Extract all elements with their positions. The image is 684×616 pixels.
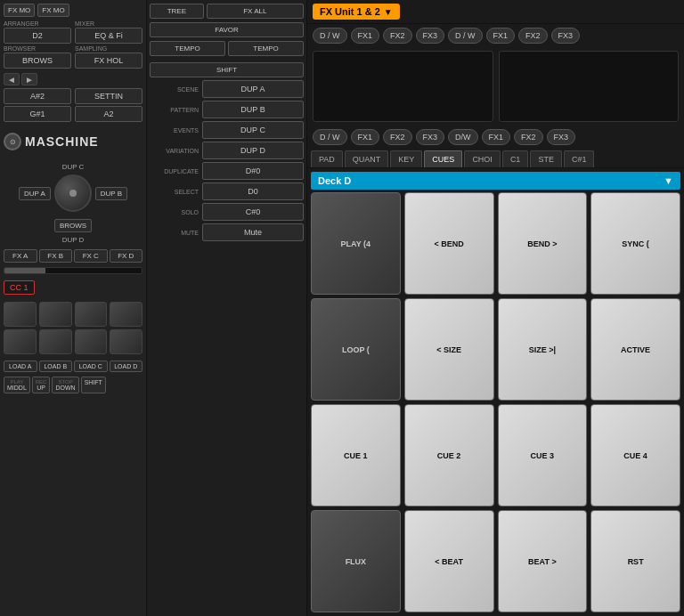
pattern-btn[interactable]: DUP B [202, 101, 304, 118]
fx-all-button[interactable]: FX ALL [207, 4, 304, 19]
deck-pad-9[interactable]: CUE 2 [404, 404, 494, 507]
tab-choi[interactable]: CHOI [464, 150, 501, 167]
duplicate-btn[interactable]: D#0 [202, 162, 304, 180]
favor-button[interactable]: FAVOR [150, 22, 304, 37]
fx-d-button[interactable]: FX D [110, 249, 143, 263]
s-settin-button[interactable]: SETTIN [75, 88, 142, 104]
deck-pad-11[interactable]: CUE 4 [590, 404, 680, 507]
tempo-button-1[interactable]: TEMPO [150, 41, 225, 56]
load-c-button[interactable]: LOAD C [74, 361, 108, 372]
fx3-btn-2[interactable]: FX3 [551, 28, 581, 44]
tab-csharp1[interactable]: C#1 [564, 150, 595, 167]
tab-quant[interactable]: QUANT [345, 150, 389, 167]
deck-pad-2[interactable]: BEND > [498, 192, 588, 295]
deck-pad-15[interactable]: RST [590, 510, 680, 612]
pad-a[interactable] [4, 302, 37, 327]
deck-pad-7[interactable]: ACTIVE [590, 298, 680, 401]
dw-btn-2[interactable]: D / W [448, 28, 483, 44]
pad-g[interactable] [75, 329, 108, 354]
fx-mo-button-1[interactable]: FX MO [4, 4, 35, 17]
arranger-button[interactable]: D2 [4, 28, 71, 44]
fx-bottom-row: D / W FX1 FX2 FX3 D/W FX1 FX2 FX3 [313, 129, 679, 145]
fx2-btn-4[interactable]: FX2 [514, 129, 543, 145]
deck-pad-13[interactable]: < BEAT [404, 510, 494, 612]
brows-button[interactable]: BROWS [54, 219, 92, 232]
dup-a-button[interactable]: DUP A [19, 187, 51, 200]
shift-mid-button[interactable]: SHIFT [150, 62, 304, 77]
fx2-btn-1[interactable]: FX2 [383, 28, 412, 44]
solo-btn[interactable]: C#0 [202, 203, 304, 221]
tab-c1[interactable]: C1 [502, 150, 529, 167]
tab-bar: PAD QUANT KEY CUES CHOI C1 STE C#1 [307, 149, 684, 168]
pad-e[interactable] [4, 329, 37, 354]
load-a-button[interactable]: LOAD A [4, 361, 37, 372]
tree-button[interactable]: TREE [150, 4, 204, 19]
tab-pad[interactable]: PAD [311, 150, 343, 167]
mixer-button[interactable]: EQ & Fi [75, 28, 142, 44]
f-a2-button[interactable]: A#2 [4, 88, 71, 104]
fx1-btn-1[interactable]: FX1 [351, 28, 380, 44]
fx-dropdown[interactable]: FX Unit 1 & 2 ▼ [313, 4, 400, 20]
stop-button[interactable]: STOP DOWN [52, 377, 78, 393]
maschine-logo-circle: ⊙ [4, 133, 21, 150]
fx3-btn-3[interactable]: FX3 [416, 129, 445, 145]
play-button[interactable]: PLAY MIDDL [4, 377, 30, 393]
fx-dropdown-label: FX Unit 1 & 2 [320, 6, 380, 17]
deck-pad-6[interactable]: SIZE >| [498, 298, 588, 401]
select-btn[interactable]: D0 [202, 182, 304, 200]
deck-pad-8[interactable]: CUE 1 [311, 404, 401, 507]
deck-pad-14[interactable]: BEAT > [498, 510, 588, 612]
deck-pad-0[interactable]: PLAY (4 [311, 192, 401, 295]
pad-h[interactable] [110, 329, 142, 354]
fx1-btn-2[interactable]: FX1 [486, 28, 516, 44]
shift-button[interactable]: SHIFT [81, 377, 106, 393]
tab-ste[interactable]: STE [530, 150, 562, 167]
variation-btn[interactable]: DUP D [202, 142, 304, 159]
sampling-button[interactable]: FX HOL [75, 53, 142, 69]
a-g1-button[interactable]: G#1 [4, 106, 71, 122]
tab-cues[interactable]: CUES [424, 150, 462, 167]
fx-c-button[interactable]: FX C [74, 249, 108, 263]
scroll-right-button[interactable]: ► [21, 73, 37, 85]
events-btn[interactable]: DUP C [202, 121, 304, 139]
cc1-button[interactable]: CC 1 [4, 280, 35, 295]
load-d-button[interactable]: LOAD D [110, 361, 143, 372]
fx-a-button[interactable]: FX A [4, 249, 37, 263]
deck-pad-10[interactable]: CUE 3 [498, 404, 588, 507]
dw-btn-1[interactable]: D / W [313, 28, 347, 44]
pad-b[interactable] [39, 302, 72, 327]
tab-key[interactable]: KEY [390, 150, 422, 167]
pad-f[interactable] [39, 329, 72, 354]
deck-pad-1[interactable]: < BEND [404, 192, 494, 295]
scroll-left-button[interactable]: ◄ [4, 73, 20, 85]
pad-c[interactable] [75, 302, 108, 327]
fx2-btn-2[interactable]: FX2 [518, 28, 548, 44]
deck-header[interactable]: Deck D ▼ [311, 172, 680, 190]
a-section: G#1 [4, 106, 71, 122]
dw-btn-3[interactable]: D / W [313, 129, 347, 145]
deck-pad-3[interactable]: SYNC ( [590, 192, 680, 295]
deck-pad-4[interactable]: LOOP ( [311, 298, 401, 401]
load-b-button[interactable]: LOAD B [39, 361, 73, 372]
pad-d[interactable] [110, 302, 142, 327]
deck-pad-5[interactable]: < SIZE [404, 298, 494, 401]
mute-btn[interactable]: Mute [202, 223, 304, 241]
rec-button[interactable]: REC UP [32, 377, 51, 393]
scene-btn[interactable]: DUP A [202, 80, 304, 98]
deck-pad-12[interactable]: FLUX [311, 510, 401, 612]
browser-sampling-row: BROWSER BROWS SAMPLING FX HOL [4, 45, 142, 69]
browser-button[interactable]: BROWS [4, 53, 71, 69]
dup-b-button[interactable]: DUP B [95, 187, 127, 200]
fx-mo-button-2[interactable]: FX MO [37, 4, 69, 17]
fx3-btn-1[interactable]: FX3 [416, 28, 445, 44]
fx1-btn-4[interactable]: FX1 [482, 129, 511, 145]
main-knob[interactable] [54, 174, 92, 212]
load-row: LOAD A LOAD B LOAD C LOAD D [4, 361, 142, 372]
dw-btn-4[interactable]: D/W [448, 129, 478, 145]
tempo-button-2[interactable]: TEMPO [228, 41, 304, 56]
n-a2-button[interactable]: A2 [75, 106, 142, 122]
fx-b-button[interactable]: FX B [39, 249, 73, 263]
fx3-btn-4[interactable]: FX3 [547, 129, 576, 145]
fx2-btn-3[interactable]: FX2 [383, 129, 412, 145]
fx1-btn-3[interactable]: FX1 [351, 129, 380, 145]
